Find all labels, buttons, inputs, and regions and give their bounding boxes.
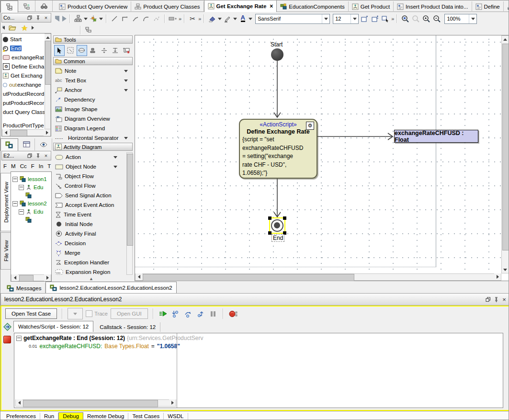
tab-watches-script[interactable]: Watches/Script - Session: 12 bbox=[13, 321, 93, 332]
scroll-right-icon[interactable] bbox=[44, 129, 50, 136]
favorites-star-icon[interactable]: ★ bbox=[21, 23, 28, 33]
item-dropdown-icon[interactable] bbox=[124, 89, 128, 91]
select-tool[interactable] bbox=[54, 45, 65, 56]
restore-panel-icon[interactable] bbox=[485, 296, 491, 303]
palette-common-header[interactable]: Common bbox=[53, 57, 133, 65]
scroll-up-icon[interactable] bbox=[502, 36, 509, 43]
tree-item-start[interactable]: Start bbox=[3, 35, 45, 44]
swap-tool[interactable] bbox=[121, 45, 132, 56]
palette-item-dependency[interactable]: Dependency bbox=[54, 95, 132, 104]
stamp-tool[interactable] bbox=[88, 45, 98, 56]
zoom-out-icon[interactable] bbox=[432, 14, 441, 23]
palette-item-expansion-region[interactable]: Expansion Region bbox=[54, 267, 126, 277]
deploy-item-cubes2[interactable] bbox=[25, 216, 49, 224]
scroll-left-icon[interactable] bbox=[136, 273, 142, 280]
deploy-item-edu2[interactable]: Edu bbox=[19, 207, 51, 216]
view-tab-t[interactable]: T bbox=[47, 163, 51, 169]
palette-item-initial-node[interactable]: Initial Node bbox=[54, 219, 126, 229]
doc-tab-educationcomponents[interactable]: EducationComponents bbox=[277, 1, 348, 12]
watch-root-row[interactable]: getExchangeRate : End (Session: 12) {urn… bbox=[14, 333, 503, 341]
palette-scrollbar[interactable] bbox=[126, 152, 133, 275]
palette-item-decision[interactable]: Decision bbox=[54, 238, 126, 248]
canvas-vscrollbar[interactable] bbox=[501, 35, 509, 273]
perspective-wsdl[interactable]: WSDL bbox=[164, 413, 188, 420]
trace-checkbox-group[interactable]: Trace bbox=[86, 310, 108, 317]
tree-item-clipped-2[interactable]: putProductRecor bbox=[3, 99, 45, 107]
scroll-left-icon[interactable] bbox=[11, 274, 18, 281]
more-edit-icon[interactable]: » bbox=[198, 16, 201, 22]
palette-item-object-node[interactable]: Object Node bbox=[54, 162, 126, 171]
tab-session-lesson2[interactable]: lesson2.EducationLesson2.EducationLesson… bbox=[45, 282, 176, 293]
font-color-icon[interactable]: A bbox=[238, 14, 248, 23]
diagram-canvas[interactable]: Start «ActionScript» ⚙ Define Exchange R… bbox=[135, 35, 509, 281]
line-style-oblique-icon[interactable] bbox=[131, 14, 140, 23]
doc-tab-define[interactable]: Define bbox=[472, 1, 504, 12]
font-family-combo[interactable]: SansSerif bbox=[255, 14, 330, 24]
history-back-icon[interactable] bbox=[2, 26, 5, 30]
line-style-curve-icon[interactable] bbox=[141, 14, 151, 23]
layout-diagram-icon[interactable] bbox=[73, 14, 83, 23]
restore-panel-icon[interactable] bbox=[26, 153, 33, 159]
doc-tab-product-query-overview[interactable]: Product Query Overview bbox=[56, 1, 131, 12]
view-tab-cc[interactable]: Cc bbox=[20, 163, 27, 169]
scroll-up-icon[interactable] bbox=[45, 34, 51, 41]
vertical-tab-file-view[interactable]: File View bbox=[0, 232, 11, 270]
pen-color-dropdown-icon[interactable] bbox=[233, 18, 237, 20]
marquee-tool[interactable] bbox=[65, 45, 76, 56]
expander-icon[interactable] bbox=[12, 177, 18, 182]
deploy-item-lesson2[interactable]: lesson2 bbox=[12, 199, 51, 208]
scroll-right-icon[interactable] bbox=[169, 399, 176, 406]
history-forward-icon[interactable] bbox=[32, 26, 34, 30]
tree-item-exchangerate[interactable]: exchangeRat bbox=[3, 53, 45, 62]
vertical-tab-deployment-view[interactable]: Deployment View bbox=[0, 173, 11, 231]
font-color-dropdown-icon[interactable] bbox=[249, 18, 252, 20]
perspective-debug[interactable]: Debug bbox=[58, 412, 83, 420]
zoom-in-icon[interactable] bbox=[421, 14, 431, 23]
start-node-label[interactable]: Start bbox=[271, 41, 283, 48]
tab-structure[interactable]: o bbox=[18, 0, 35, 12]
perspective-preferences[interactable]: Preferences bbox=[2, 413, 40, 420]
open-folder-icon[interactable] bbox=[9, 24, 17, 31]
step-into-icon[interactable] bbox=[171, 309, 181, 318]
palette-activity-header[interactable]: Activity Diagram bbox=[53, 143, 133, 151]
view-tab-f1[interactable]: F bbox=[3, 163, 7, 169]
deploy-item-cubes1[interactable] bbox=[25, 191, 49, 200]
deploy-item-lesson1[interactable]: lesson1 bbox=[12, 175, 51, 183]
palette-item-anchor[interactable]: Anchor bbox=[54, 85, 132, 95]
action-node-define-exchange-rate[interactable]: «ActionScript» ⚙ Define Exchange Rate {s… bbox=[239, 119, 317, 179]
palette-item-note[interactable]: Note bbox=[54, 66, 132, 76]
align-center-icon[interactable] bbox=[89, 14, 98, 23]
line-style-spline-icon[interactable] bbox=[152, 14, 161, 23]
expander-icon[interactable] bbox=[12, 201, 18, 206]
perspective-remote-debug[interactable]: Remote Debug bbox=[83, 413, 128, 420]
palette-tools-header[interactable]: Tools bbox=[53, 35, 133, 44]
activity-final-node[interactable] bbox=[271, 219, 283, 232]
palette-item-time-event[interactable]: Time Event bbox=[54, 210, 126, 219]
tree-item-clipped-3[interactable]: duct Query Classe bbox=[3, 108, 45, 116]
tree-item-define-exchange[interactable]: ⚙ Define Excha bbox=[3, 62, 45, 71]
line-style-straight-icon[interactable] bbox=[110, 14, 119, 23]
selection-handle[interactable] bbox=[268, 216, 271, 220]
back-icon[interactable] bbox=[55, 16, 59, 22]
palette-item-send-signal[interactable]: Send Signal Action bbox=[54, 191, 126, 200]
close-panel-icon[interactable]: × bbox=[501, 296, 508, 303]
doc-tab-insert-product-data[interactable]: Insert Product Data into... bbox=[394, 1, 472, 12]
view-tab-in[interactable]: In bbox=[39, 163, 44, 169]
breakpoints-icon[interactable] bbox=[228, 309, 238, 318]
palette-item-image-shape[interactable]: Image Shape bbox=[54, 104, 132, 114]
tree-item-out-exchange[interactable]: out exchange bbox=[3, 80, 45, 89]
open-test-case-button[interactable]: Open Test Case bbox=[5, 308, 57, 319]
palette-item-horizontal-separator[interactable]: ---- Horizontal Separator bbox=[54, 133, 132, 143]
watch-child-row[interactable]: 0.01 exchangeRateCHFUSD: Base Types.Floa… bbox=[14, 341, 503, 350]
resize-shape-icon[interactable] bbox=[168, 14, 178, 23]
containment-quick-icon[interactable] bbox=[84, 25, 93, 35]
tab-callstack[interactable]: Callstack - Session: 12 bbox=[95, 322, 160, 332]
canvas-hscrollbar[interactable] bbox=[135, 273, 501, 281]
pin-panel-icon[interactable] bbox=[493, 296, 499, 303]
tree-item-end[interactable]: End bbox=[3, 44, 45, 53]
insert-shape-back-icon[interactable] bbox=[370, 14, 380, 23]
palette-item-object-flow[interactable]: Object Flow bbox=[54, 171, 126, 181]
doc-tab-get-exchange-rate[interactable]: Get Exchange Rate × bbox=[204, 0, 277, 12]
initial-node[interactable] bbox=[271, 48, 283, 61]
pin-panel-icon[interactable] bbox=[34, 153, 41, 159]
